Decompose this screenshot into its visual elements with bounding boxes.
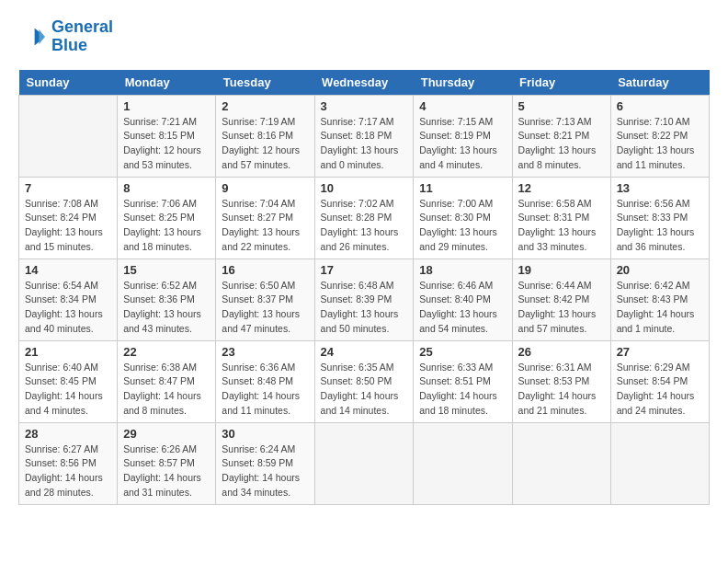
day-number: 5: [518, 99, 605, 113]
day-number: 8: [123, 181, 210, 195]
day-info: Sunrise: 6:56 AM Sunset: 8:33 PM Dayligh…: [617, 197, 703, 255]
calendar-cell: 12Sunrise: 6:58 AM Sunset: 8:31 PM Dayli…: [512, 177, 610, 259]
calendar-cell: 8Sunrise: 7:06 AM Sunset: 8:25 PM Daylig…: [118, 177, 216, 259]
calendar-cell: 15Sunrise: 6:52 AM Sunset: 8:36 PM Dayli…: [118, 259, 216, 340]
day-info: Sunrise: 6:24 AM Sunset: 8:59 PM Dayligh…: [222, 442, 308, 500]
calendar-cell: 25Sunrise: 6:33 AM Sunset: 8:51 PM Dayli…: [414, 340, 512, 422]
logo: General Blue: [18, 18, 113, 55]
week-row-5: 28Sunrise: 6:27 AM Sunset: 8:56 PM Dayli…: [19, 422, 710, 504]
day-info: Sunrise: 7:08 AM Sunset: 8:24 PM Dayligh…: [25, 197, 111, 255]
day-number: 22: [123, 345, 210, 359]
calendar-cell: 22Sunrise: 6:38 AM Sunset: 8:47 PM Dayli…: [118, 340, 216, 422]
day-info: Sunrise: 7:19 AM Sunset: 8:16 PM Dayligh…: [222, 115, 308, 173]
day-number: 20: [617, 263, 703, 277]
day-number: 29: [123, 427, 210, 441]
calendar-cell: 23Sunrise: 6:36 AM Sunset: 8:48 PM Dayli…: [216, 340, 314, 422]
day-number: 26: [518, 345, 605, 359]
day-info: Sunrise: 6:26 AM Sunset: 8:57 PM Dayligh…: [123, 442, 210, 500]
day-number: 17: [321, 263, 408, 277]
calendar-cell: 20Sunrise: 6:42 AM Sunset: 8:43 PM Dayli…: [610, 259, 709, 340]
day-info: Sunrise: 6:38 AM Sunset: 8:47 PM Dayligh…: [123, 361, 210, 419]
day-info: Sunrise: 7:06 AM Sunset: 8:25 PM Dayligh…: [123, 197, 210, 255]
column-header-sunday: Sunday: [19, 70, 118, 96]
page-header: General Blue: [18, 18, 710, 55]
day-number: 21: [25, 345, 111, 359]
day-info: Sunrise: 7:15 AM Sunset: 8:19 PM Dayligh…: [419, 115, 506, 173]
calendar-cell: 9Sunrise: 7:04 AM Sunset: 8:27 PM Daylig…: [216, 177, 314, 259]
calendar-cell: 4Sunrise: 7:15 AM Sunset: 8:19 PM Daylig…: [414, 95, 512, 177]
day-info: Sunrise: 6:58 AM Sunset: 8:31 PM Dayligh…: [518, 197, 605, 255]
day-number: 13: [617, 181, 703, 195]
logo-text: General Blue: [51, 18, 113, 55]
calendar-cell: 24Sunrise: 6:35 AM Sunset: 8:50 PM Dayli…: [314, 340, 414, 422]
day-info: Sunrise: 6:48 AM Sunset: 8:39 PM Dayligh…: [321, 279, 408, 337]
day-info: Sunrise: 7:10 AM Sunset: 8:22 PM Dayligh…: [617, 115, 703, 173]
day-number: 1: [123, 99, 210, 113]
calendar-cell: 11Sunrise: 7:00 AM Sunset: 8:30 PM Dayli…: [414, 177, 512, 259]
day-number: 16: [222, 263, 308, 277]
week-row-2: 7Sunrise: 7:08 AM Sunset: 8:24 PM Daylig…: [19, 177, 710, 259]
calendar-table: SundayMondayTuesdayWednesdayThursdayFrid…: [18, 70, 710, 505]
calendar-cell: 27Sunrise: 6:29 AM Sunset: 8:54 PM Dayli…: [610, 340, 709, 422]
column-header-saturday: Saturday: [610, 70, 709, 96]
calendar-cell: 21Sunrise: 6:40 AM Sunset: 8:45 PM Dayli…: [19, 340, 118, 422]
calendar-cell: 13Sunrise: 6:56 AM Sunset: 8:33 PM Dayli…: [610, 177, 709, 259]
calendar-cell: 28Sunrise: 6:27 AM Sunset: 8:56 PM Dayli…: [19, 422, 118, 504]
svg-marker-1: [39, 29, 44, 44]
day-info: Sunrise: 7:13 AM Sunset: 8:21 PM Dayligh…: [518, 115, 605, 173]
day-info: Sunrise: 6:27 AM Sunset: 8:56 PM Dayligh…: [25, 442, 111, 500]
header-row: SundayMondayTuesdayWednesdayThursdayFrid…: [19, 70, 710, 96]
calendar-cell: 14Sunrise: 6:54 AM Sunset: 8:34 PM Dayli…: [19, 259, 118, 340]
week-row-3: 14Sunrise: 6:54 AM Sunset: 8:34 PM Dayli…: [19, 259, 710, 340]
day-info: Sunrise: 7:04 AM Sunset: 8:27 PM Dayligh…: [222, 197, 308, 255]
day-number: 19: [518, 263, 605, 277]
calendar-cell: [512, 422, 610, 504]
calendar-cell: 5Sunrise: 7:13 AM Sunset: 8:21 PM Daylig…: [512, 95, 610, 177]
calendar-cell: [314, 422, 414, 504]
calendar-cell: 16Sunrise: 6:50 AM Sunset: 8:37 PM Dayli…: [216, 259, 314, 340]
day-info: Sunrise: 6:35 AM Sunset: 8:50 PM Dayligh…: [321, 361, 408, 419]
column-header-friday: Friday: [512, 70, 610, 96]
calendar-cell: [610, 422, 709, 504]
column-header-thursday: Thursday: [414, 70, 512, 96]
week-row-4: 21Sunrise: 6:40 AM Sunset: 8:45 PM Dayli…: [19, 340, 710, 422]
calendar-cell: 3Sunrise: 7:17 AM Sunset: 8:18 PM Daylig…: [314, 95, 414, 177]
column-header-monday: Monday: [118, 70, 216, 96]
calendar-cell: 30Sunrise: 6:24 AM Sunset: 8:59 PM Dayli…: [216, 422, 314, 504]
day-number: 10: [321, 181, 408, 195]
day-info: Sunrise: 6:31 AM Sunset: 8:53 PM Dayligh…: [518, 361, 605, 419]
day-info: Sunrise: 6:46 AM Sunset: 8:40 PM Dayligh…: [419, 279, 506, 337]
calendar-cell: 26Sunrise: 6:31 AM Sunset: 8:53 PM Dayli…: [512, 340, 610, 422]
day-number: 18: [419, 263, 506, 277]
day-number: 3: [321, 99, 408, 113]
day-info: Sunrise: 6:33 AM Sunset: 8:51 PM Dayligh…: [419, 361, 506, 419]
day-number: 23: [222, 345, 308, 359]
calendar-cell: 1Sunrise: 7:21 AM Sunset: 8:15 PM Daylig…: [118, 95, 216, 177]
day-number: 25: [419, 345, 506, 359]
column-header-tuesday: Tuesday: [216, 70, 314, 96]
day-number: 6: [617, 99, 703, 113]
day-number: 28: [25, 427, 111, 441]
calendar-cell: 7Sunrise: 7:08 AM Sunset: 8:24 PM Daylig…: [19, 177, 118, 259]
week-row-1: 1Sunrise: 7:21 AM Sunset: 8:15 PM Daylig…: [19, 95, 710, 177]
calendar-cell: [19, 95, 118, 177]
day-number: 9: [222, 181, 308, 195]
column-header-wednesday: Wednesday: [314, 70, 414, 96]
day-number: 27: [617, 345, 703, 359]
calendar-cell: 6Sunrise: 7:10 AM Sunset: 8:22 PM Daylig…: [610, 95, 709, 177]
day-info: Sunrise: 6:29 AM Sunset: 8:54 PM Dayligh…: [617, 361, 703, 419]
day-info: Sunrise: 7:17 AM Sunset: 8:18 PM Dayligh…: [321, 115, 408, 173]
day-number: 24: [321, 345, 408, 359]
calendar-cell: 19Sunrise: 6:44 AM Sunset: 8:42 PM Dayli…: [512, 259, 610, 340]
day-info: Sunrise: 7:02 AM Sunset: 8:28 PM Dayligh…: [321, 197, 408, 255]
calendar-cell: 18Sunrise: 6:46 AM Sunset: 8:40 PM Dayli…: [414, 259, 512, 340]
calendar-cell: 29Sunrise: 6:26 AM Sunset: 8:57 PM Dayli…: [118, 422, 216, 504]
day-info: Sunrise: 6:54 AM Sunset: 8:34 PM Dayligh…: [25, 279, 111, 337]
day-info: Sunrise: 7:21 AM Sunset: 8:15 PM Dayligh…: [123, 115, 210, 173]
day-number: 7: [25, 181, 111, 195]
day-number: 14: [25, 263, 111, 277]
day-number: 30: [222, 427, 308, 441]
calendar-cell: [414, 422, 512, 504]
day-number: 12: [518, 181, 605, 195]
day-number: 11: [419, 181, 506, 195]
